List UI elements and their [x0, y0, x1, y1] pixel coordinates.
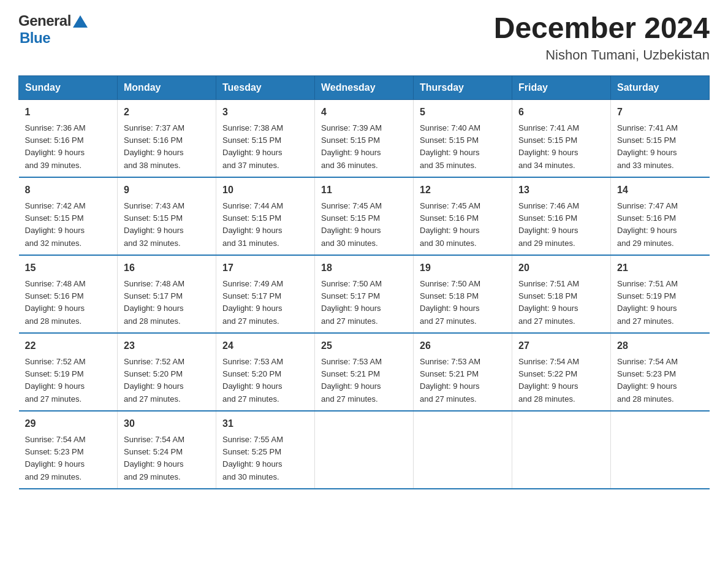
- calendar-cell: [611, 411, 710, 489]
- day-number: 28: [617, 339, 703, 353]
- week-row-2: 8Sunrise: 7:42 AMSunset: 5:15 PMDaylight…: [19, 177, 710, 255]
- day-number: 12: [420, 183, 506, 197]
- page-header: General Blue December 2024 Nishon Tumani…: [18, 12, 710, 63]
- logo-general-text: General: [18, 12, 71, 29]
- calendar-cell: 8Sunrise: 7:42 AMSunset: 5:15 PMDaylight…: [19, 177, 118, 255]
- day-number: 17: [222, 261, 308, 275]
- day-info: Sunrise: 7:52 AMSunset: 5:19 PMDaylight:…: [25, 357, 86, 404]
- week-row-4: 22Sunrise: 7:52 AMSunset: 5:19 PMDayligh…: [19, 333, 710, 411]
- calendar-cell: 11Sunrise: 7:45 AMSunset: 5:15 PMDayligh…: [315, 177, 414, 255]
- day-of-week-friday: Friday: [512, 75, 611, 99]
- calendar-cell: 7Sunrise: 7:41 AMSunset: 5:15 PMDaylight…: [611, 99, 710, 177]
- calendar-cell: 1Sunrise: 7:36 AMSunset: 5:16 PMDaylight…: [19, 99, 118, 177]
- day-info: Sunrise: 7:55 AMSunset: 5:25 PMDaylight:…: [222, 435, 283, 481]
- day-info: Sunrise: 7:39 AMSunset: 5:15 PMDaylight:…: [321, 123, 382, 170]
- day-number: 18: [321, 261, 407, 275]
- week-row-3: 15Sunrise: 7:48 AMSunset: 5:16 PMDayligh…: [19, 255, 710, 333]
- calendar-cell: 13Sunrise: 7:46 AMSunset: 5:16 PMDayligh…: [512, 177, 611, 255]
- day-info: Sunrise: 7:50 AMSunset: 5:17 PMDaylight:…: [321, 279, 382, 326]
- day-info: Sunrise: 7:52 AMSunset: 5:20 PMDaylight:…: [124, 357, 184, 404]
- calendar-cell: 30Sunrise: 7:54 AMSunset: 5:24 PMDayligh…: [118, 411, 216, 489]
- day-info: Sunrise: 7:45 AMSunset: 5:15 PMDaylight:…: [321, 201, 382, 248]
- calendar-cell: 9Sunrise: 7:43 AMSunset: 5:15 PMDaylight…: [118, 177, 216, 255]
- calendar-cell: 27Sunrise: 7:54 AMSunset: 5:22 PMDayligh…: [512, 333, 611, 411]
- calendar-cell: 2Sunrise: 7:37 AMSunset: 5:16 PMDaylight…: [118, 99, 216, 177]
- day-of-week-thursday: Thursday: [414, 75, 512, 99]
- day-number: 29: [25, 416, 112, 431]
- calendar-cell: 15Sunrise: 7:48 AMSunset: 5:16 PMDayligh…: [19, 255, 118, 333]
- day-info: Sunrise: 7:54 AMSunset: 5:24 PMDaylight:…: [124, 435, 184, 481]
- day-number: 20: [518, 261, 604, 275]
- day-number: 5: [420, 105, 506, 120]
- calendar-cell: 17Sunrise: 7:49 AMSunset: 5:17 PMDayligh…: [216, 255, 315, 333]
- calendar-cell: 23Sunrise: 7:52 AMSunset: 5:20 PMDayligh…: [118, 333, 216, 411]
- calendar-body: 1Sunrise: 7:36 AMSunset: 5:16 PMDaylight…: [19, 99, 710, 489]
- day-info: Sunrise: 7:40 AMSunset: 5:15 PMDaylight:…: [420, 123, 480, 170]
- day-number: 19: [420, 261, 506, 275]
- day-info: Sunrise: 7:51 AMSunset: 5:18 PMDaylight:…: [518, 279, 579, 326]
- day-number: 2: [124, 105, 210, 120]
- calendar-cell: 5Sunrise: 7:40 AMSunset: 5:15 PMDaylight…: [414, 99, 512, 177]
- day-number: 22: [25, 339, 112, 353]
- day-info: Sunrise: 7:48 AMSunset: 5:17 PMDaylight:…: [124, 279, 184, 326]
- day-number: 7: [617, 105, 703, 120]
- calendar-cell: [414, 411, 512, 489]
- day-info: Sunrise: 7:53 AMSunset: 5:20 PMDaylight:…: [222, 357, 283, 404]
- calendar-cell: 28Sunrise: 7:54 AMSunset: 5:23 PMDayligh…: [611, 333, 710, 411]
- day-info: Sunrise: 7:37 AMSunset: 5:16 PMDaylight:…: [124, 123, 184, 170]
- calendar-cell: 26Sunrise: 7:53 AMSunset: 5:21 PMDayligh…: [414, 333, 512, 411]
- day-number: 9: [124, 183, 210, 197]
- day-number: 27: [518, 339, 604, 353]
- title-block: December 2024 Nishon Tumani, Uzbekistan: [494, 12, 710, 63]
- calendar-cell: [315, 411, 414, 489]
- day-number: 13: [518, 183, 604, 197]
- day-info: Sunrise: 7:53 AMSunset: 5:21 PMDaylight:…: [420, 357, 480, 404]
- day-number: 6: [518, 105, 604, 120]
- calendar-cell: 20Sunrise: 7:51 AMSunset: 5:18 PMDayligh…: [512, 255, 611, 333]
- day-info: Sunrise: 7:54 AMSunset: 5:23 PMDaylight:…: [25, 435, 86, 481]
- calendar-cell: 24Sunrise: 7:53 AMSunset: 5:20 PMDayligh…: [216, 333, 315, 411]
- calendar-cell: 22Sunrise: 7:52 AMSunset: 5:19 PMDayligh…: [19, 333, 118, 411]
- day-of-week-monday: Monday: [118, 75, 216, 99]
- day-info: Sunrise: 7:41 AMSunset: 5:15 PMDaylight:…: [617, 123, 678, 170]
- calendar-cell: 21Sunrise: 7:51 AMSunset: 5:19 PMDayligh…: [611, 255, 710, 333]
- day-number: 31: [222, 416, 308, 431]
- day-info: Sunrise: 7:43 AMSunset: 5:15 PMDaylight:…: [124, 201, 184, 248]
- day-number: 8: [25, 183, 112, 197]
- day-info: Sunrise: 7:50 AMSunset: 5:18 PMDaylight:…: [420, 279, 480, 326]
- day-number: 4: [321, 105, 407, 120]
- day-number: 11: [321, 183, 407, 197]
- calendar-cell: 29Sunrise: 7:54 AMSunset: 5:23 PMDayligh…: [19, 411, 118, 489]
- calendar-cell: 25Sunrise: 7:53 AMSunset: 5:21 PMDayligh…: [315, 333, 414, 411]
- calendar-cell: 4Sunrise: 7:39 AMSunset: 5:15 PMDaylight…: [315, 99, 414, 177]
- calendar-subtitle: Nishon Tumani, Uzbekistan: [494, 47, 710, 63]
- day-info: Sunrise: 7:51 AMSunset: 5:19 PMDaylight:…: [617, 279, 678, 326]
- calendar-cell: 19Sunrise: 7:50 AMSunset: 5:18 PMDayligh…: [414, 255, 512, 333]
- day-number: 21: [617, 261, 703, 275]
- calendar-cell: 6Sunrise: 7:41 AMSunset: 5:15 PMDaylight…: [512, 99, 611, 177]
- day-number: 23: [124, 339, 210, 353]
- day-info: Sunrise: 7:48 AMSunset: 5:16 PMDaylight:…: [25, 279, 86, 326]
- day-of-week-sunday: Sunday: [19, 75, 118, 99]
- day-number: 10: [222, 183, 308, 197]
- day-info: Sunrise: 7:46 AMSunset: 5:16 PMDaylight:…: [518, 201, 579, 248]
- week-row-1: 1Sunrise: 7:36 AMSunset: 5:16 PMDaylight…: [19, 99, 710, 177]
- days-of-week-row: SundayMondayTuesdayWednesdayThursdayFrid…: [19, 75, 710, 99]
- day-number: 26: [420, 339, 506, 353]
- day-number: 3: [222, 105, 308, 120]
- calendar-cell: 10Sunrise: 7:44 AMSunset: 5:15 PMDayligh…: [216, 177, 315, 255]
- week-row-5: 29Sunrise: 7:54 AMSunset: 5:23 PMDayligh…: [19, 411, 710, 489]
- day-info: Sunrise: 7:41 AMSunset: 5:15 PMDaylight:…: [518, 123, 579, 170]
- calendar-cell: 18Sunrise: 7:50 AMSunset: 5:17 PMDayligh…: [315, 255, 414, 333]
- day-info: Sunrise: 7:42 AMSunset: 5:15 PMDaylight:…: [25, 201, 86, 248]
- calendar-cell: 31Sunrise: 7:55 AMSunset: 5:25 PMDayligh…: [216, 411, 315, 489]
- day-number: 1: [25, 105, 112, 120]
- calendar-title: December 2024: [494, 12, 710, 45]
- day-info: Sunrise: 7:45 AMSunset: 5:16 PMDaylight:…: [420, 201, 480, 248]
- calendar-table: SundayMondayTuesdayWednesdayThursdayFrid…: [18, 75, 710, 489]
- day-info: Sunrise: 7:44 AMSunset: 5:15 PMDaylight:…: [222, 201, 283, 248]
- logo: General Blue: [18, 12, 88, 47]
- day-info: Sunrise: 7:47 AMSunset: 5:16 PMDaylight:…: [617, 201, 678, 248]
- day-info: Sunrise: 7:49 AMSunset: 5:17 PMDaylight:…: [222, 279, 283, 326]
- day-number: 24: [222, 339, 308, 353]
